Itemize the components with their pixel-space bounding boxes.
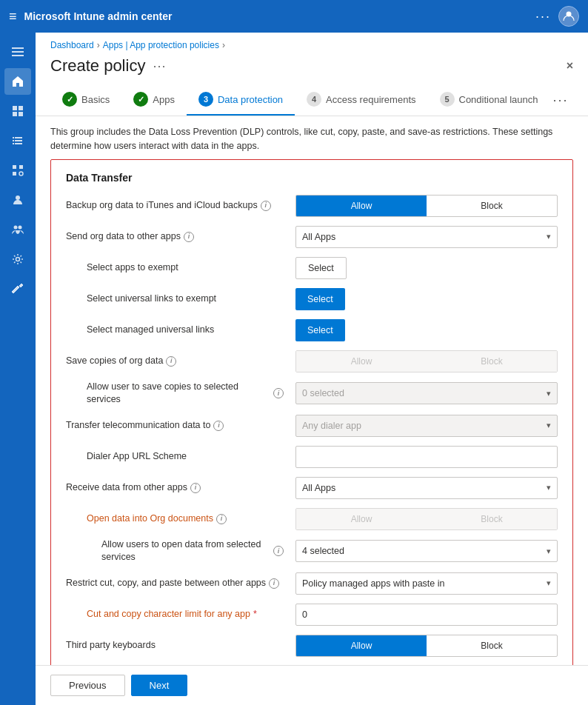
required-star: * xyxy=(253,608,257,621)
main-content: Dashboard › Apps | App protection polici… xyxy=(36,33,588,705)
transfer-telecom-arrow: ▾ xyxy=(547,421,551,430)
row-receive-data: Receive data from other apps i All Apps … xyxy=(66,476,558,500)
third-party-keyboards-label: Third party keyboards xyxy=(66,639,295,652)
tab-basics-badge: ✓ xyxy=(62,92,77,107)
third-party-block-btn[interactable]: Block xyxy=(427,635,557,656)
row-third-party-keyboards: Third party keyboards Allow Block xyxy=(66,634,558,658)
tab-data-protection[interactable]: 3 Data protection xyxy=(187,84,295,116)
next-button[interactable]: Next xyxy=(131,675,188,696)
topbar-ellipsis[interactable]: ··· xyxy=(535,9,551,24)
svg-rect-12 xyxy=(13,140,14,141)
sidebar-home-icon[interactable] xyxy=(4,68,31,95)
save-copies-control: Allow Block xyxy=(295,350,558,372)
save-copies-block-btn: Block xyxy=(427,351,557,372)
backup-org-allow-btn[interactable]: Allow xyxy=(296,196,427,216)
svg-rect-4 xyxy=(13,106,17,110)
receive-data-value: All Apps xyxy=(302,483,335,493)
select-universal-links-button[interactable]: Select xyxy=(295,288,345,310)
hamburger-icon[interactable]: ≡ xyxy=(9,9,17,24)
select-managed-links-control: Select xyxy=(295,319,558,341)
select-apps-exempt-button[interactable]: Select xyxy=(295,257,347,279)
svg-rect-9 xyxy=(15,140,22,141)
transfer-telecom-label: Transfer telecommunication data to i xyxy=(66,419,295,432)
dialer-url-input[interactable] xyxy=(295,446,558,468)
restrict-cut-info-icon[interactable]: i xyxy=(269,578,279,589)
select-managed-links-label: Select managed universal links xyxy=(66,324,295,337)
dialer-url-label: Dialer App URL Scheme xyxy=(66,450,295,464)
open-data-info-icon[interactable]: i xyxy=(216,514,227,524)
sidebar-expand-icon[interactable] xyxy=(4,39,31,65)
restrict-cut-dropdown[interactable]: Policy managed apps with paste in ▾ xyxy=(295,572,558,595)
svg-rect-15 xyxy=(19,165,23,169)
third-party-allow-btn[interactable]: Allow xyxy=(296,635,427,656)
row-allow-open-data: Allow users to open data from selected s… xyxy=(66,538,558,564)
breadcrumb-apps-policies[interactable]: Apps | App protection policies xyxy=(103,40,219,50)
page-ellipsis-menu[interactable]: ··· xyxy=(153,59,166,74)
tabs-ellipsis[interactable]: ··· xyxy=(549,85,571,116)
row-dialer-url: Dialer App URL Scheme xyxy=(66,445,558,469)
select-universal-links-label: Select universal links to exempt xyxy=(66,293,295,306)
save-copies-toggle: Allow Block xyxy=(295,350,558,372)
svg-rect-6 xyxy=(13,112,17,116)
cut-copy-limit-input[interactable] xyxy=(295,604,558,626)
svg-rect-8 xyxy=(15,137,22,138)
sidebar-tools-icon[interactable] xyxy=(4,275,31,302)
allow-save-info-icon[interactable]: i xyxy=(273,388,284,398)
send-org-label: Send org data to other apps i xyxy=(66,230,295,244)
row-save-copies: Save copies of org data i Allow Block xyxy=(66,350,558,373)
page-title: Create policy xyxy=(50,56,145,76)
receive-data-info-icon[interactable]: i xyxy=(190,483,201,493)
open-data-org-control: Allow Block xyxy=(295,508,558,530)
allow-open-data-dropdown[interactable]: 4 selected ▾ xyxy=(295,540,558,562)
tab-basics[interactable]: ✓ Basics xyxy=(50,84,121,116)
receive-data-label: Receive data from other apps i xyxy=(66,481,295,495)
transfer-telecom-info-icon[interactable]: i xyxy=(213,421,224,431)
svg-rect-10 xyxy=(15,143,22,144)
tab-access-requirements[interactable]: 4 Access requirements xyxy=(295,84,427,116)
sidebar-dashboard-icon[interactable] xyxy=(4,98,31,124)
restrict-cut-value: Policy managed apps with paste in xyxy=(302,578,444,589)
scroll-container[interactable]: This group includes the Data Loss Preven… xyxy=(36,116,588,665)
send-org-dropdown[interactable]: All Apps ▾ xyxy=(295,226,558,248)
row-backup-org-data: Backup org data to iTunes and iCloud bac… xyxy=(66,194,558,218)
sidebar-settings-icon[interactable] xyxy=(4,246,31,273)
tab-conditional-badge: 5 xyxy=(440,92,455,107)
svg-rect-11 xyxy=(13,137,14,138)
sidebar-apps-icon[interactable] xyxy=(4,157,31,184)
backup-org-block-btn[interactable]: Block xyxy=(427,196,557,216)
select-managed-links-button[interactable]: Select xyxy=(295,319,345,341)
transfer-telecom-control: Any dialer app ▾ xyxy=(295,415,558,437)
svg-point-17 xyxy=(19,172,23,176)
sidebar-groups-icon[interactable] xyxy=(4,216,31,243)
tab-apps[interactable]: ✓ Apps xyxy=(121,84,187,116)
svg-rect-2 xyxy=(12,51,24,53)
save-copies-allow-btn: Allow xyxy=(296,351,427,372)
select-universal-links-control: Select xyxy=(295,288,558,310)
svg-rect-5 xyxy=(19,106,23,110)
user-avatar[interactable] xyxy=(558,6,579,27)
backup-org-info-icon[interactable]: i xyxy=(261,201,271,211)
description-text: This group includes the Data Loss Preven… xyxy=(36,116,588,159)
allow-save-copies-control: 0 selected ▾ xyxy=(295,382,558,404)
save-copies-info-icon[interactable]: i xyxy=(166,356,176,367)
allow-open-data-label: Allow users to open data from selected s… xyxy=(66,538,295,564)
send-org-control: All Apps ▾ xyxy=(295,226,558,248)
backup-org-label: Backup org data to iTunes and iCloud bac… xyxy=(66,199,295,213)
restrict-cut-arrow: ▾ xyxy=(547,578,551,588)
sidebar-users-icon[interactable] xyxy=(4,187,31,213)
data-transfer-section: Data Transfer Backup org data to iTunes … xyxy=(50,159,573,666)
dialer-url-control xyxy=(295,446,558,468)
breadcrumb-dashboard[interactable]: Dashboard xyxy=(50,40,94,50)
receive-data-dropdown[interactable]: All Apps ▾ xyxy=(295,477,558,499)
tab-conditional-label: Conditional launch xyxy=(459,94,538,105)
svg-rect-7 xyxy=(19,112,23,116)
close-button[interactable]: × xyxy=(567,59,573,73)
app-title: Microsoft Intune admin center xyxy=(24,10,535,22)
allow-open-data-info-icon[interactable]: i xyxy=(273,546,284,556)
allow-open-data-control: 4 selected ▾ xyxy=(295,540,558,562)
sidebar-list-icon[interactable] xyxy=(4,127,31,154)
send-org-info-icon[interactable]: i xyxy=(184,232,194,242)
previous-button[interactable]: Previous xyxy=(50,675,125,696)
svg-point-20 xyxy=(19,226,22,230)
tab-conditional-launch[interactable]: 5 Conditional launch xyxy=(428,84,550,116)
